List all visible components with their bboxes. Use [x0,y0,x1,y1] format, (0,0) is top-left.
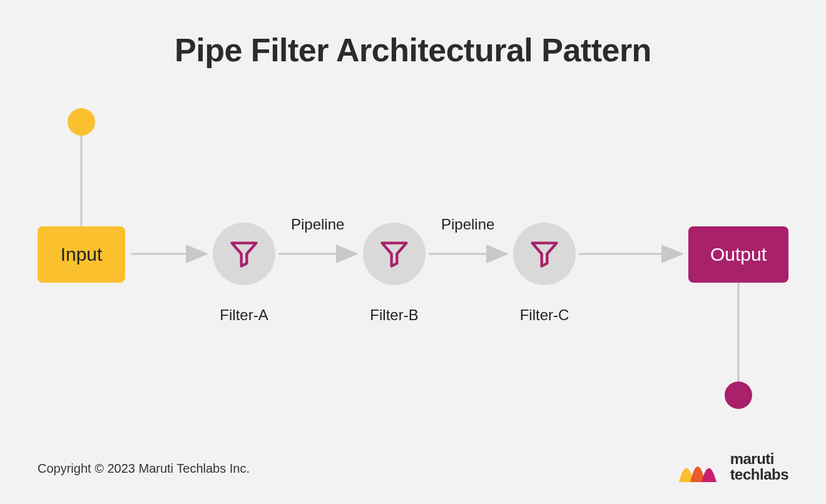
brand-logo-text: maruti techlabs [730,451,788,482]
filter-a-label: Filter-A [206,306,282,324]
filter-b-label: Filter-B [357,306,432,324]
output-sink-dot [725,381,752,409]
funnel-icon [378,238,410,270]
funnel-icon [528,238,561,270]
input-node: Input [38,226,125,283]
copyright-text: Copyright © 2023 Maruti Techlabs Inc. [38,461,250,476]
diagram-title: Pipe Filter Architectural Pattern [0,31,826,69]
pipeline-label-1: Pipeline [291,216,344,233]
funnel-icon [228,238,260,270]
svg-marker-2 [382,243,407,266]
filter-b-node [363,223,426,285]
filter-a-node [213,223,275,285]
pipeline-label-2: Pipeline [441,216,494,233]
brand-line1: maruti [730,451,788,466]
brand-line2: techlabs [730,466,788,482]
input-source-dot [68,108,95,136]
svg-marker-3 [533,243,557,266]
brand-logo: maruti techlabs [679,451,788,482]
svg-marker-1 [232,243,257,266]
filter-c-node [513,223,576,285]
input-label: Input [61,244,103,265]
filter-c-label: Filter-C [507,306,582,324]
output-label: Output [710,244,767,265]
brand-logo-icon [679,451,723,482]
output-node: Output [688,226,788,283]
